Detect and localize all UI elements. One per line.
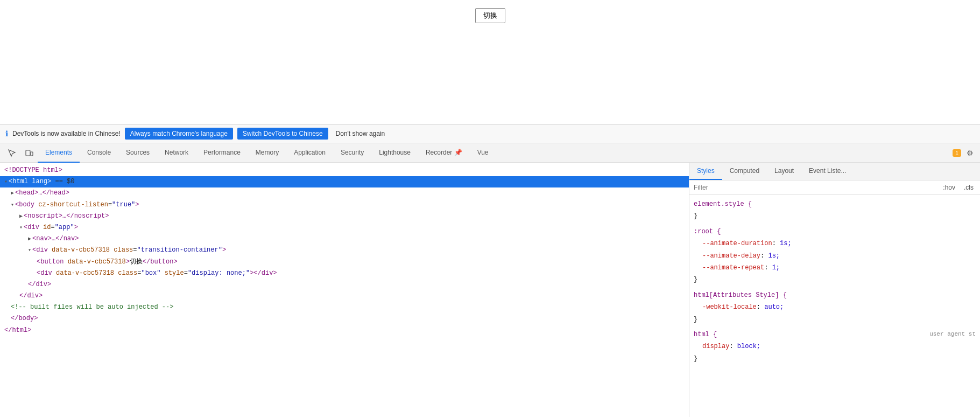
html-line-nav[interactable]: ▶<nav>…</nav> [0, 233, 689, 245]
html-line-close-html: </html> [0, 325, 689, 336]
inspect-element-button[interactable] [3, 145, 20, 161]
svg-rect-1 [31, 152, 33, 156]
css-block-html: html { user agent st display: block; } [694, 329, 976, 365]
html-line-body[interactable]: ▾<body cz-shortcut-listen="true"> [0, 199, 689, 211]
html-line-div-transition[interactable]: ▾<div data-v-cbc57318 class="transition-… [0, 245, 689, 256]
styles-content[interactable]: element.style { } :root { --animate-dura… [689, 195, 980, 417]
css-block-html-attributes: html[Attributes Style] { -webkit-locale:… [694, 289, 976, 325]
html-line-close-div1: </div> [0, 279, 689, 290]
main-area: <!DOCTYPE html> ▾<html lang> == $0 ▶<hea… [0, 163, 980, 417]
devtools-tabs: Elements Console Sources Network Perform… [0, 143, 980, 163]
notification-badge: 1 [953, 149, 961, 157]
expand-icon[interactable]: ▶ [19, 213, 23, 219]
notification-bar: ℹ DevTools is now available in Chinese! … [0, 124, 980, 143]
tab-memory[interactable]: Memory [248, 143, 286, 163]
html-line-close-div2: </div> [0, 290, 689, 302]
filter-hov[interactable]: :hov [941, 183, 957, 192]
tab-recorder[interactable]: Recorder 📌 [418, 143, 470, 163]
html-line-doctype: <!DOCTYPE html> [0, 165, 689, 176]
html-line-html[interactable]: ▾<html lang> == $0 [0, 176, 689, 187]
dont-show-button[interactable]: Don't show again [333, 128, 389, 140]
tab-console[interactable]: Console [80, 143, 118, 163]
expand-icon[interactable]: ▾ [28, 247, 31, 253]
html-line-button[interactable]: <button data-v-cbc57318>切换</button> [0, 256, 689, 268]
html-line-div-box[interactable]: <div data-v-cbc57318 class="box" style="… [0, 268, 689, 279]
switch-button[interactable]: 切换 [475, 8, 505, 23]
devtools-panel: ℹ DevTools is now available in Chinese! … [0, 124, 980, 417]
html-line-head[interactable]: ▶<head>…</head> [0, 187, 689, 199]
elements-panel[interactable]: <!DOCTYPE html> ▾<html lang> == $0 ▶<hea… [0, 163, 689, 417]
info-icon: ℹ [5, 129, 8, 138]
tab-security[interactable]: Security [333, 143, 371, 163]
tab-application[interactable]: Application [286, 143, 333, 163]
tab-layout[interactable]: Layout [767, 163, 801, 180]
filter-row: :hov .cls [689, 180, 980, 195]
tab-computed[interactable]: Computed [722, 163, 767, 180]
always-match-button[interactable]: Always match Chrome's language [125, 128, 233, 140]
css-block-element-style: element.style { } [694, 198, 976, 223]
notification-message: DevTools is now available in Chinese! [12, 130, 121, 137]
css-source: user agent st [929, 329, 976, 340]
right-panel: Styles Computed Layout Event Liste... :h… [689, 163, 980, 417]
expand-icon[interactable]: ▶ [28, 236, 31, 242]
expand-icon[interactable]: ▾ [19, 225, 23, 231]
expand-icon[interactable]: ▾ [11, 202, 14, 208]
css-block-root: :root { --animate-duration: 1s; --animat… [694, 226, 976, 286]
tab-sources[interactable]: Sources [118, 143, 157, 163]
switch-devtools-button[interactable]: Switch DevTools to Chinese [237, 128, 328, 140]
html-line-comment: <!-- built files will be auto injected -… [0, 302, 689, 313]
svg-rect-0 [26, 150, 30, 156]
tab-elements[interactable]: Elements [38, 143, 80, 163]
tab-styles[interactable]: Styles [689, 163, 722, 180]
tab-network[interactable]: Network [157, 143, 196, 163]
tab-lighthouse[interactable]: Lighthouse [371, 143, 418, 163]
filter-input[interactable] [694, 184, 936, 191]
styles-tabs: Styles Computed Layout Event Liste... [689, 163, 980, 180]
device-toolbar-button[interactable] [20, 145, 38, 161]
settings-button[interactable]: ⚙ [963, 147, 977, 159]
filter-cls[interactable]: .cls [962, 183, 976, 192]
tab-event-listeners[interactable]: Event Liste... [801, 163, 854, 180]
expand-icon[interactable]: ▾ [4, 179, 8, 185]
html-line-noscript[interactable]: ▶<noscript>…</noscript> [0, 211, 689, 222]
html-line-div-app[interactable]: ▾<div id="app"> [0, 222, 689, 233]
tab-performance[interactable]: Performance [196, 143, 248, 163]
tab-vue[interactable]: Vue [470, 143, 496, 163]
expand-icon[interactable]: ▶ [11, 190, 14, 196]
html-line-close-body: </body> [0, 313, 689, 324]
page-area: 切换 [0, 0, 980, 124]
